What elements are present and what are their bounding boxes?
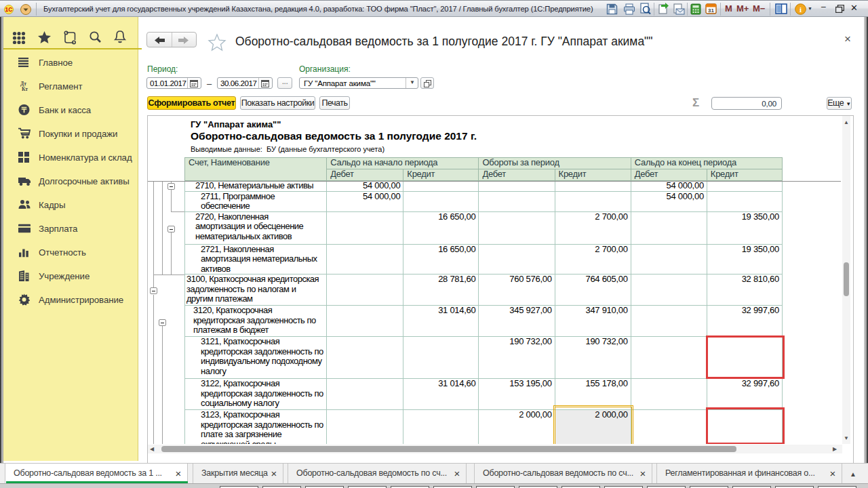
svg-text:i: i bbox=[800, 5, 802, 14]
svg-text:Кт: Кт bbox=[22, 86, 28, 92]
svg-text:31: 31 bbox=[708, 7, 714, 14]
svg-text:1С: 1С bbox=[5, 6, 13, 13]
